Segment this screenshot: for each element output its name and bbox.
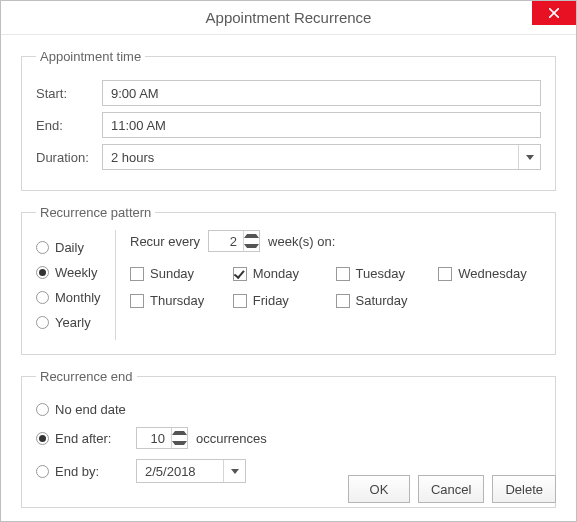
checkbox-icon [438,267,452,281]
check-sunday-label: Sunday [150,266,194,281]
recur-every-input[interactable] [209,231,243,251]
caret-down-icon [172,441,187,445]
radio-icon [36,266,49,279]
radio-weekly[interactable]: Weekly [36,265,107,280]
radio-no-end-date-label: No end date [55,402,126,417]
date-dropdown-button[interactable] [223,460,245,482]
recur-suffix: week(s) on: [268,234,335,249]
radio-icon [36,432,49,445]
end-input[interactable] [102,112,541,138]
radio-icon [36,291,49,304]
spin-down-button[interactable] [244,241,259,251]
end-by-date-picker[interactable]: 2/5/2018 [136,459,246,483]
pattern-details: Recur every week(s) on: [116,230,541,340]
checkbox-icon [336,267,350,281]
group-recurrence-pattern-legend: Recurrence pattern [36,205,155,220]
radio-end-by[interactable]: End by: [36,464,136,479]
radio-end-after[interactable]: End after: [36,431,136,446]
check-monday[interactable]: Monday [233,266,336,281]
radio-yearly-label: Yearly [55,315,91,330]
check-tuesday-label: Tuesday [356,266,405,281]
checkbox-icon [130,294,144,308]
check-thursday[interactable]: Thursday [130,293,233,308]
pattern-frequency-list: Daily Weekly Monthly Yearly [36,230,116,340]
chevron-down-icon [231,469,239,474]
spin-down-button[interactable] [172,438,187,448]
recur-every-stepper[interactable] [208,230,260,252]
duration-label: Duration: [36,150,102,165]
recur-prefix: Recur every [130,234,200,249]
checkbox-icon [233,267,247,281]
radio-icon [36,403,49,416]
spin-up-button[interactable] [172,428,187,438]
caret-up-icon [172,431,187,435]
occurrences-input[interactable] [137,428,171,448]
radio-icon [36,316,49,329]
check-friday-label: Friday [253,293,289,308]
end-label: End: [36,118,102,133]
close-button[interactable] [532,1,576,25]
radio-daily-label: Daily [55,240,84,255]
start-label: Start: [36,86,102,101]
radio-monthly[interactable]: Monthly [36,290,107,305]
radio-end-after-label: End after: [55,431,111,446]
end-by-date-value: 2/5/2018 [145,464,223,479]
radio-yearly[interactable]: Yearly [36,315,107,330]
checkbox-icon [233,294,247,308]
check-saturday[interactable]: Saturday [336,293,439,308]
check-tuesday[interactable]: Tuesday [336,266,439,281]
check-wednesday[interactable]: Wednesday [438,266,541,281]
ok-button[interactable]: OK [348,475,410,503]
check-saturday-label: Saturday [356,293,408,308]
checkbox-icon [336,294,350,308]
radio-weekly-label: Weekly [55,265,97,280]
spin-up-button[interactable] [244,231,259,241]
checkbox-icon [130,267,144,281]
duration-select[interactable]: 2 hours [102,144,541,170]
caret-up-icon [244,234,259,238]
check-thursday-label: Thursday [150,293,204,308]
cancel-button[interactable]: Cancel [418,475,484,503]
close-icon [549,8,559,18]
occurrences-suffix: occurrences [196,431,267,446]
start-input[interactable] [102,80,541,106]
days-of-week: Sunday Monday Tuesday Wednesday [130,266,541,308]
group-appointment-time-legend: Appointment time [36,49,145,64]
dialog-title: Appointment Recurrence [206,9,372,26]
group-recurrence-end-legend: Recurrence end [36,369,137,384]
dialog-window: Appointment Recurrence Appointment time … [0,0,577,522]
delete-button[interactable]: Delete [492,475,556,503]
titlebar: Appointment Recurrence [1,1,576,35]
group-appointment-time: Appointment time Start: End: Duration: 2… [21,49,556,191]
occurrences-stepper[interactable] [136,427,188,449]
duration-value: 2 hours [111,150,518,165]
duration-dropdown-button[interactable] [518,145,540,169]
group-recurrence-pattern: Recurrence pattern Daily Weekly Monthly [21,205,556,355]
radio-daily[interactable]: Daily [36,240,107,255]
dialog-body: Appointment time Start: End: Duration: 2… [1,35,576,508]
radio-no-end-date[interactable]: No end date [36,402,126,417]
caret-down-icon [244,244,259,248]
dialog-footer: OK Cancel Delete [348,475,556,503]
check-wednesday-label: Wednesday [458,266,526,281]
check-sunday[interactable]: Sunday [130,266,233,281]
radio-monthly-label: Monthly [55,290,101,305]
chevron-down-icon [526,155,534,160]
radio-end-by-label: End by: [55,464,99,479]
check-monday-label: Monday [253,266,299,281]
radio-icon [36,465,49,478]
check-friday[interactable]: Friday [233,293,336,308]
radio-icon [36,241,49,254]
